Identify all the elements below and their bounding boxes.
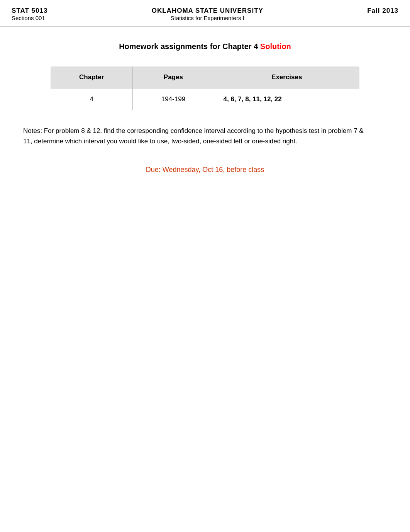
header-right: Fall 2013 — [367, 7, 398, 15]
table-header-row: Chapter Pages Exercises — [51, 66, 359, 88]
chapter-cell: 4 — [51, 88, 133, 110]
page-header: STAT 5013 Sections 001 OKLAHOMA STATE UN… — [0, 0, 410, 27]
homework-title: Homework assignments for Chapter 4 Solut… — [23, 42, 387, 51]
pages-cell: 194-199 — [133, 88, 214, 110]
pages-header: Pages — [133, 66, 214, 88]
exercises-header: Exercises — [214, 66, 359, 88]
title-solution: Solution — [260, 42, 291, 51]
title-prefix: Homework assignments for Chapter 4 — [119, 42, 260, 51]
table-header: Chapter Pages Exercises — [51, 66, 359, 88]
homework-table-wrapper: Chapter Pages Exercises 4 194-199 4, 6, … — [51, 66, 359, 110]
course-subtitle: Statistics for Experimenters I — [152, 15, 263, 21]
notes-text: Notes: For problem 8 & 12, find the corr… — [23, 127, 364, 145]
course-code: STAT 5013 — [12, 7, 47, 15]
main-content: Homework assignments for Chapter 4 Solut… — [0, 27, 410, 189]
university-name: OKLAHOMA STATE UNIVERSITY — [152, 7, 263, 15]
header-center: OKLAHOMA STATE UNIVERSITY Statistics for… — [152, 7, 263, 21]
exercises-cell: 4, 6, 7, 8, 11, 12, 22 — [214, 88, 359, 110]
due-date: Due: Wednesday, Oct 16, before class — [23, 166, 387, 174]
sections-label: Sections 001 — [12, 15, 47, 21]
table-body: 4 194-199 4, 6, 7, 8, 11, 12, 22 — [51, 88, 359, 110]
header-left: STAT 5013 Sections 001 — [12, 7, 47, 21]
notes-section: Notes: For problem 8 & 12, find the corr… — [23, 126, 371, 146]
exercises-value: 4, 6, 7, 8, 11, 12, 22 — [224, 95, 282, 103]
semester-label: Fall 2013 — [367, 7, 398, 15]
chapter-header: Chapter — [51, 66, 133, 88]
table-row: 4 194-199 4, 6, 7, 8, 11, 12, 22 — [51, 88, 359, 110]
homework-table: Chapter Pages Exercises 4 194-199 4, 6, … — [51, 66, 359, 110]
